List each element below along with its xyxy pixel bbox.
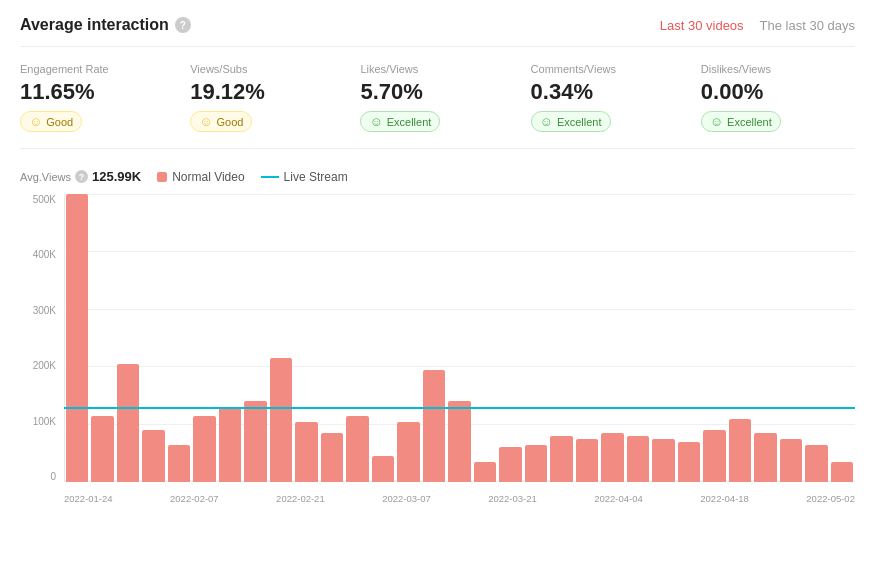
metric-engagement-rate-badge-label: Good [46,116,73,128]
y-label-400k: 400K [33,249,56,260]
info-icon[interactable]: ? [175,17,191,33]
bar-5 [193,416,215,482]
legend-live-stream-label: Live Stream [284,170,348,184]
x-label-0: 2022-01-24 [64,493,113,504]
page-header: Average interaction ? Last 30 videos The… [20,16,855,47]
legend-normal-video-dot [157,172,167,182]
bar-8 [270,358,292,482]
metric-views-subs: Views/Subs 19.12% ☺ Good [174,63,344,132]
metric-views-subs-badge: ☺ Good [190,111,252,132]
bar-19 [550,436,572,482]
bar-26 [729,419,751,482]
smiley-excellent-icon-2: ☺ [540,114,553,129]
chart-inner: 500K 400K 300K 200K 100K 0 [20,194,855,504]
metric-views-subs-badge-label: Good [216,116,243,128]
bar-18 [525,445,547,482]
bar-11 [346,416,368,482]
chart-section: Avg.Views ? 125.99K Normal Video Live St… [20,169,855,504]
y-label-200k: 200K [33,360,56,371]
metric-likes-views-label: Likes/Views [360,63,498,75]
bar-6 [219,407,241,482]
avg-line [64,407,855,409]
bar-13 [397,422,419,482]
chart-avg-label-text: Avg.Views [20,171,71,183]
metric-views-subs-value: 19.12% [190,79,328,105]
chart-avg-value: 125.99K [92,169,141,184]
smiley-good-icon: ☺ [29,114,42,129]
metric-engagement-rate-label: Engagement Rate [20,63,158,75]
bar-0 [66,194,88,482]
x-label-6: 2022-04-18 [700,493,749,504]
bar-30 [831,462,853,482]
legend-live-stream: Live Stream [261,170,348,184]
bar-22 [627,436,649,482]
x-labels: 2022-01-242022-02-072022-02-212022-03-07… [64,493,855,504]
bar-28 [780,439,802,482]
metric-comments-views-label: Comments/Views [531,63,669,75]
metric-views-subs-label: Views/Subs [190,63,328,75]
bar-17 [499,447,521,482]
bar-2 [117,364,139,482]
legend-normal-video-label: Normal Video [172,170,244,184]
bar-24 [678,442,700,482]
metric-engagement-rate-badge: ☺ Good [20,111,82,132]
metric-engagement-rate-value: 11.65% [20,79,158,105]
page-title: Average interaction [20,16,169,34]
x-label-4: 2022-03-21 [488,493,537,504]
y-axis: 500K 400K 300K 200K 100K 0 [20,194,64,504]
bar-7 [244,401,266,482]
metric-likes-views: Likes/Views 5.70% ☺ Excellent [344,63,514,132]
x-label-1: 2022-02-07 [170,493,219,504]
metric-engagement-rate: Engagement Rate 11.65% ☺ Good [20,63,174,132]
chart-area: 2022-01-242022-02-072022-02-212022-03-07… [64,194,855,504]
bar-10 [321,433,343,482]
chart-wrapper: 500K 400K 300K 200K 100K 0 [20,194,855,504]
y-label-100k: 100K [33,416,56,427]
metric-comments-views-badge: ☺ Excellent [531,111,611,132]
bar-12 [372,456,394,482]
bar-1 [91,416,113,482]
x-label-3: 2022-03-07 [382,493,431,504]
tab-last-30-days[interactable]: The last 30 days [760,18,855,33]
metric-comments-views-value: 0.34% [531,79,669,105]
metrics-row: Engagement Rate 11.65% ☺ Good Views/Subs… [20,63,855,149]
bar-21 [601,433,623,482]
header-right: Last 30 videos The last 30 days [660,18,855,33]
bar-3 [142,430,164,482]
chart-info-icon[interactable]: ? [75,170,88,183]
bar-16 [474,462,496,482]
metric-likes-views-value: 5.70% [360,79,498,105]
page-container: Average interaction ? Last 30 videos The… [0,0,875,520]
bar-9 [295,422,317,482]
metric-dislikes-views-badge: ☺ Excellent [701,111,781,132]
x-label-2: 2022-02-21 [276,493,325,504]
metric-likes-views-badge-label: Excellent [387,116,432,128]
tab-last-30-videos[interactable]: Last 30 videos [660,18,744,33]
legend-normal-video: Normal Video [157,170,244,184]
metric-dislikes-views: Dislikes/Views 0.00% ☺ Excellent [685,63,855,132]
x-axis: 2022-01-242022-02-072022-02-212022-03-07… [64,482,855,504]
bar-23 [652,439,674,482]
x-label-5: 2022-04-04 [594,493,643,504]
y-label-0: 0 [50,471,56,482]
bar-4 [168,445,190,482]
bar-25 [703,430,725,482]
bar-20 [576,439,598,482]
metric-dislikes-views-badge-label: Excellent [727,116,772,128]
bar-14 [423,370,445,482]
metric-likes-views-badge: ☺ Excellent [360,111,440,132]
smiley-excellent-icon: ☺ [369,114,382,129]
bars-container [64,194,855,482]
metric-dislikes-views-value: 0.00% [701,79,839,105]
y-label-500k: 500K [33,194,56,205]
bar-29 [805,445,827,482]
metric-comments-views-badge-label: Excellent [557,116,602,128]
chart-avg-label: Avg.Views ? 125.99K [20,169,141,184]
bar-27 [754,433,776,482]
bar-15 [448,401,470,482]
y-label-300k: 300K [33,305,56,316]
metric-comments-views: Comments/Views 0.34% ☺ Excellent [515,63,685,132]
x-label-7: 2022-05-02 [806,493,855,504]
header-left: Average interaction ? [20,16,191,34]
legend-live-stream-line [261,176,279,178]
